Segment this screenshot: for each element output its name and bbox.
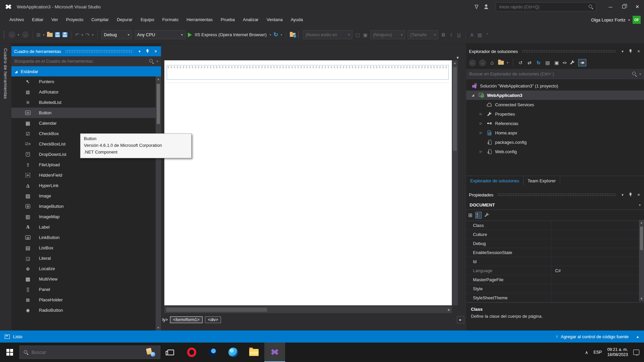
collapse-all-icon[interactable]: ▤	[545, 60, 551, 65]
property-row[interactable]: Class	[466, 221, 644, 230]
editor-dropdown-icon[interactable]: ▼	[456, 56, 460, 60]
close-button[interactable]: ×	[631, 2, 644, 12]
tree-item-connected-services[interactable]: Connected Services	[466, 100, 644, 109]
toolbox-item[interactable]: RadioButton	[11, 305, 156, 315]
view-code-icon[interactable]: <>	[563, 61, 567, 65]
back-button[interactable]: ←	[469, 59, 476, 66]
toolbox-item[interactable]: Localize	[11, 263, 156, 274]
refresh-dropdown-icon[interactable]: ▾	[281, 33, 282, 37]
scroll-right-icon[interactable]: ▶	[446, 307, 452, 312]
solution-explorer-header[interactable]: Explorador de soluciones ▾ ×	[466, 46, 644, 56]
property-row[interactable]: Debug	[466, 239, 644, 248]
search-options-icon[interactable]: ▾	[156, 60, 158, 63]
property-value[interactable]	[552, 230, 644, 239]
panel-close-icon[interactable]: ×	[636, 49, 641, 54]
visual-studio-taskbar-icon[interactable]	[264, 343, 285, 362]
property-row[interactable]: MasterPageFile	[466, 275, 644, 284]
expander-collapsed-icon[interactable]: ▷	[478, 131, 484, 134]
toolbox-item[interactable]: Label	[11, 222, 156, 232]
form-tag-chip[interactable]: <form#form1>	[170, 316, 203, 323]
start-debug-icon[interactable]	[188, 33, 192, 37]
property-row[interactable]: Language C#	[466, 266, 644, 275]
property-pages-icon[interactable]	[484, 213, 489, 218]
property-value[interactable]	[552, 293, 644, 302]
tree-item-referencias[interactable]: ▷ Referencias	[466, 119, 644, 128]
toolbox-item[interactable]: Puntero	[11, 76, 156, 87]
panel-pin-icon[interactable]	[628, 192, 633, 197]
properties-header[interactable]: Propiedades ▾ ×	[466, 190, 644, 200]
redo-dropdown-icon[interactable]: ▾	[92, 33, 94, 37]
style-box-icon[interactable]: ▢	[355, 32, 360, 38]
properties-window-icon[interactable]: ▣	[554, 60, 560, 65]
toolbox-pin-icon[interactable]	[145, 49, 150, 54]
tree-item-project[interactable]: ◢ WebApplication3	[466, 90, 644, 100]
menu-item[interactable]: Equipo	[137, 13, 158, 26]
taskbar-search-box[interactable]	[19, 346, 160, 359]
tree-item-packages-config[interactable]: packages.config	[466, 137, 644, 147]
toolbox-section-standard[interactable]: ◢ Estándar	[11, 66, 161, 76]
save-all-icon[interactable]	[62, 32, 67, 37]
panel-position-icon[interactable]: ▾	[620, 49, 625, 54]
platform-combo[interactable]: Any CPU▾	[135, 30, 185, 39]
run-dropdown-icon[interactable]: ▾	[270, 33, 271, 37]
toolbox-item[interactable]: HiddenField	[11, 170, 156, 180]
edge-taskbar-icon[interactable]	[223, 343, 244, 362]
object-selector-combo[interactable]: DOCUMENT ▾	[466, 200, 644, 210]
navigate-back-button[interactable]: ←	[8, 31, 15, 38]
property-value[interactable]	[552, 221, 644, 230]
undo-dropdown-icon[interactable]: ▾	[82, 33, 83, 37]
panel-position-icon[interactable]: ▾	[620, 193, 625, 197]
div-tag-chip[interactable]: <div>	[205, 316, 221, 323]
div-element-outline[interactable]	[167, 65, 449, 80]
target-rule-combo[interactable]: (Ninguno)▾	[370, 30, 405, 39]
expander-collapsed-icon[interactable]: ▷	[478, 112, 484, 116]
redo-icon[interactable]: ↷	[86, 32, 90, 38]
pending-changes-filter-icon[interactable]: ↺	[518, 60, 524, 65]
panel-pin-icon[interactable]	[628, 49, 633, 54]
menu-item[interactable]: Ver	[47, 13, 62, 26]
configuration-combo[interactable]: Debug▾	[101, 30, 132, 39]
taskbar-search-input[interactable]	[32, 350, 143, 355]
toolbox-side-tab[interactable]: Cuadro de herramientas	[0, 44, 11, 330]
account-name[interactable]: Olga Lopez Fortiz	[591, 17, 626, 22]
toolbox-close-icon[interactable]: ×	[153, 49, 158, 54]
font-size-combo[interactable]: (Tamañc▾	[408, 30, 438, 39]
design-surface[interactable]	[164, 60, 452, 305]
save-icon[interactable]	[55, 32, 60, 37]
toolbox-item[interactable]: Image	[11, 191, 156, 201]
property-value[interactable]	[552, 239, 644, 248]
language-indicator[interactable]: ESP	[593, 350, 602, 355]
editor-vertical-scrollbar[interactable]: ▲	[452, 60, 458, 305]
scroll-up-icon[interactable]: ▲	[157, 76, 160, 82]
clock[interactable]: 09:21 a. m. 18/08/2023	[607, 347, 628, 357]
property-value[interactable]	[552, 248, 644, 257]
toolbox-item[interactable]: HyperLink	[11, 180, 156, 191]
panel-drag-texture[interactable]	[522, 50, 616, 53]
property-row[interactable]: Culture	[466, 230, 644, 239]
quote-icon[interactable]: ”	[485, 32, 490, 38]
toolbox-search-box[interactable]: ▾	[11, 56, 161, 66]
sync-with-active-document-icon[interactable]: ⇄	[527, 60, 533, 65]
undo-icon[interactable]: ↶	[75, 32, 79, 38]
tree-item-solution[interactable]: Solución "WebApplication3" (1 proyecto)	[466, 81, 644, 90]
toolbox-item[interactable]: AdRotator	[11, 87, 156, 97]
toolbox-item[interactable]: PlaceHolder	[11, 295, 156, 305]
toolbox-item[interactable]: LinkButton	[11, 232, 156, 243]
run-target-label[interactable]: IIS Express (Opera Internet Browser)	[195, 32, 267, 37]
expander-collapsed-icon[interactable]: ▷	[478, 150, 484, 153]
account-badge[interactable]: OF	[633, 16, 641, 24]
hidden-icons-chevron[interactable]: ∧	[585, 350, 588, 355]
categorized-view-icon[interactable]: ⊞	[468, 212, 473, 218]
quick-launch-box[interactable]	[496, 2, 596, 11]
properties-wrench-icon[interactable]	[569, 60, 575, 66]
collapse-chevron-icon[interactable]: ▲	[636, 335, 639, 339]
switch-views-icon[interactable]	[498, 61, 504, 65]
menu-item[interactable]: Proyecto	[62, 13, 87, 26]
panel-close-icon[interactable]: ×	[636, 192, 641, 197]
filter-icon[interactable]: ∇	[475, 4, 478, 10]
action-center-icon[interactable]	[633, 350, 639, 355]
toolbox-item[interactable]: Calendar	[11, 118, 156, 128]
menu-item[interactable]: Formato	[158, 13, 182, 26]
menu-item[interactable]: Ayuda	[287, 13, 307, 26]
toolbox-item[interactable]: Panel	[11, 284, 156, 295]
